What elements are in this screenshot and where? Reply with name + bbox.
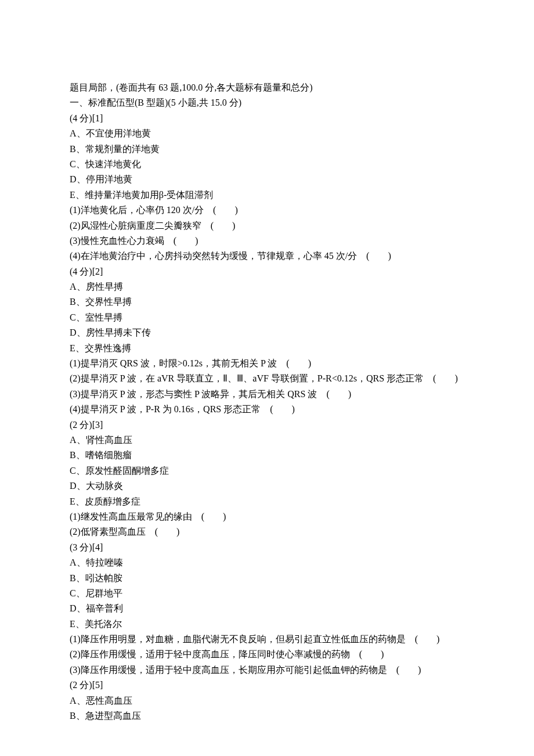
text-line: (2 分)[3] [70,417,464,433]
text-line: A、房性早搏 [70,279,464,294]
text-line: E、美托洛尔 [70,617,464,632]
text-line: E、交界性逸搏 [70,341,464,356]
text-line: (3 分)[4] [70,540,464,555]
text-line: B、交界性早搏 [70,294,464,309]
text-line: (2)风湿性心脏病重度二尖瓣狭窄 ( ) [70,218,464,233]
text-line: E、皮质醇增多症 [70,494,464,509]
text-line: C、尼群地平 [70,586,464,601]
text-line: C、室性早搏 [70,310,464,325]
text-line: B、常规剂量的洋地黄 [70,142,464,157]
text-line: D、大动脉炎 [70,478,464,494]
text-line: (4)在洋地黄治疗中，心房抖动突然转为缓慢，节律规章，心率 45 次/分 ( ) [70,249,464,264]
text-line: D、房性早搏未下传 [70,325,464,340]
text-line: B、嗜铬细胞瘤 [70,448,464,463]
text-line: (2)提早消灭 P 波，在 aVR 导联直立，Ⅱ、Ⅲ、aVF 导联倒置，P-R<… [70,371,464,386]
text-line: (1)提早消灭 QRS 波，时限>0.12s，其前无相关 P 波 ( ) [70,356,464,371]
text-line: D、福辛普利 [70,601,464,616]
text-line: (4 分)[1] [70,111,464,126]
text-line: C、原发性醛固酮增多症 [70,463,464,478]
text-line: (1)洋地黄化后，心率仍 120 次/分 ( ) [70,203,464,218]
text-line: A、肾性高血压 [70,433,464,448]
text-line: (1)继发性高血压最常见的缘由 ( ) [70,509,464,524]
text-line: (1)降压作用明显，对血糖，血脂代谢无不良反响，但易引起直立性低血压的药物是 (… [70,632,464,647]
text-line: (3)降压作用缓慢，适用于轻中度高血压，长期应用亦可能引起低血钾的药物是 ( ) [70,663,464,678]
text-line: (3)提早消灭 P 波，形态与窦性 P 波略异，其后无相关 QRS 波 ( ) [70,387,464,402]
text-line: B、急进型高血压 [70,708,464,723]
text-line: D、停用洋地黄 [70,172,464,187]
text-line: (4)提早消灭 P 波，P-R 为 0.16s，QRS 形态正常 ( ) [70,402,464,417]
text-line: (2)降压作用缓慢，适用于轻中度高血压，降压同时使心率减慢的药物 ( ) [70,647,464,662]
text-line: B、吲达帕胺 [70,571,464,586]
document-page: 题目局部，(卷面共有 63 题,100.0 分,各大题标有题量和总分) 一、标准… [0,0,534,756]
text-line: (2 分)[5] [70,678,464,693]
text-line: 一、标准配伍型(B 型题)(5 小题,共 15.0 分) [70,95,464,110]
text-line: C、快速洋地黄化 [70,157,464,172]
text-line: 题目局部，(卷面共有 63 题,100.0 分,各大题标有题量和总分) [70,80,464,95]
text-line: E、维持量洋地黄加用β-受体阻滞剂 [70,188,464,203]
text-line: (2)低肾素型高血压 ( ) [70,524,464,539]
text-line: A、恶性高血压 [70,693,464,708]
text-line: (4 分)[2] [70,264,464,279]
text-line: A、不宜使用洋地黄 [70,126,464,141]
text-line: A、特拉唑嗪 [70,555,464,570]
text-line: (3)慢性充血性心力衰竭 ( ) [70,233,464,249]
